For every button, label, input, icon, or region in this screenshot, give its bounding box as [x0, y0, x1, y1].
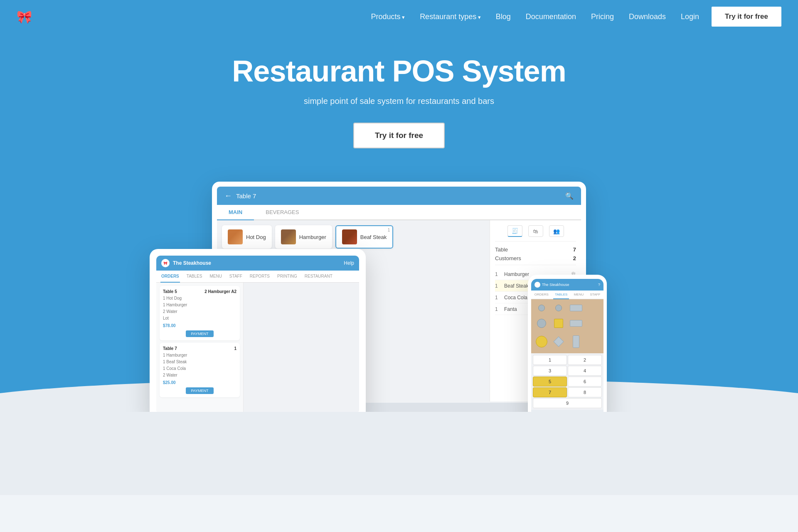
order1-lines: 1 Hot Dog 1 Hamburger 2 Water Lot	[163, 295, 236, 322]
tab-beverages[interactable]: BEVERAGES	[254, 205, 310, 220]
phone-table-map	[531, 299, 603, 353]
hotdog-label: Hot Dog	[246, 234, 266, 240]
order-table-row: Table 7	[495, 246, 576, 253]
phone-subnav: ORDERS TABLES MENU STAFF	[531, 291, 603, 299]
numpad-2[interactable]: 2	[568, 355, 602, 365]
phone-help: ?	[598, 283, 600, 287]
phone-nav-staff[interactable]: STAFF	[589, 291, 602, 299]
order2-table: Table 7	[163, 346, 177, 351]
numpad-9[interactable]: 9	[533, 398, 602, 408]
order2-total: $25.00	[163, 380, 236, 385]
pos-order-icons: 🧾 🛍 👥	[495, 225, 576, 241]
hero-title: Restaurant POS System	[232, 54, 566, 88]
order1-footer: PAYMENT	[163, 330, 236, 337]
hamburger-image	[281, 229, 296, 244]
qty-beafsteak: 1	[495, 283, 501, 289]
hero-cta-button[interactable]: Try it for free	[353, 123, 445, 148]
tablet-subnav: ORDERS TABLES MENU STAFF REPORTS PRINTIN…	[156, 271, 359, 283]
tablet-device: 🎀 The Steakhouse Help ORDERS TABLES MENU…	[150, 249, 366, 412]
table-shape-7[interactable]	[568, 320, 584, 327]
menu-item-hotdog[interactable]: Hot Dog	[222, 225, 272, 249]
table-shape-2[interactable]	[551, 305, 567, 311]
nav-try-button[interactable]: Try it for free	[712, 7, 781, 27]
nav-links: Products Restaurant types Blog Documenta…	[371, 12, 699, 21]
tablet-order-2[interactable]: Table 7 1 1 Hamburger 1 Beaf Steak 1 Coc…	[160, 343, 240, 397]
name-cocacola: Coca Cola	[504, 295, 527, 300]
tablet-nav-reports[interactable]: REPORTS	[249, 271, 271, 283]
back-arrow-icon[interactable]: ←	[224, 192, 232, 200]
table-shape-3[interactable]	[568, 305, 584, 311]
table-shape-11[interactable]	[568, 335, 584, 348]
name-fanta: Fanta	[504, 306, 517, 312]
tablet-order-1[interactable]: Table 5 2 Hamburger A2 1 Hot Dog 1 Hambu…	[160, 286, 240, 340]
payment-button-2[interactable]: PAYMENT	[186, 387, 213, 394]
logo[interactable]: 🎀	[17, 10, 32, 24]
tablet-nav-staff[interactable]: STAFF	[229, 271, 243, 283]
table-shape-5[interactable]	[534, 319, 549, 328]
nav-documentation[interactable]: Documentation	[526, 12, 576, 21]
tablet-content: Table 5 2 Hamburger A2 1 Hot Dog 1 Hambu…	[156, 283, 359, 412]
search-icon[interactable]: 🔍	[565, 192, 574, 200]
pos-tabs: MAIN BEVERAGES	[217, 205, 581, 220]
tablet-nav-menu[interactable]: MENU	[209, 271, 222, 283]
numpad-1[interactable]: 1	[533, 355, 567, 365]
tablet-screen: 🎀 The Steakhouse Help ORDERS TABLES MENU…	[156, 256, 359, 412]
order-customers-row: Customers 2	[495, 255, 576, 261]
nav-restaurant-types[interactable]: Restaurant types	[420, 12, 481, 21]
order2-subtitle: 1	[234, 346, 236, 351]
tablet-nav-orders[interactable]: ORDERS	[160, 271, 180, 283]
steak-image	[342, 229, 357, 244]
order-bag-icon[interactable]: 🛍	[528, 225, 543, 237]
tablet-nav-printing[interactable]: PRINTING	[276, 271, 298, 283]
nav-products[interactable]: Products	[371, 12, 405, 21]
table-label: Table	[495, 246, 508, 253]
phone-device: The Steakhouse ? ORDERS TABLES MENU STAF…	[528, 275, 607, 412]
customers-value: 2	[573, 255, 576, 261]
order-divider	[495, 265, 576, 265]
numpad-7[interactable]: 7	[533, 387, 567, 397]
tablet-logo: 🎀	[161, 259, 170, 267]
qty-cocacola: 1	[495, 295, 501, 300]
numpad-4[interactable]: 4	[568, 366, 602, 376]
tablet-nav-restaurant[interactable]: RESTAURANT	[304, 271, 333, 283]
numpad-6[interactable]: 6	[568, 377, 602, 387]
name-beafsteak: Beaf Steak	[504, 283, 529, 289]
table-shape-1[interactable]	[534, 305, 549, 311]
pos-app-header: ← Table 7 🔍	[217, 187, 581, 205]
order-tab-icon[interactable]: 🧾	[507, 225, 522, 237]
tablet-app-title: The Steakhouse	[173, 260, 211, 266]
tablet-right-area	[244, 283, 359, 412]
phone-nav-orders[interactable]: ORDERS	[533, 291, 550, 299]
devices-showcase: ← Table 7 🔍 MAIN BEVERAGES	[150, 182, 648, 412]
bottom-section	[0, 412, 798, 495]
hotdog-image	[228, 229, 243, 244]
order1-table: Table 5	[163, 289, 177, 294]
qty-fanta: 1	[495, 306, 501, 312]
menu-item-beafsteak[interactable]: Beaf Steak 1	[335, 225, 394, 249]
phone-nav-tables[interactable]: TABLES	[553, 291, 569, 299]
numpad-3[interactable]: 3	[533, 366, 567, 376]
nav-downloads[interactable]: Downloads	[629, 12, 666, 21]
phone-app-title: The Steakhouse	[542, 283, 569, 287]
order1-total: $78.00	[163, 323, 236, 328]
hamburger-label: Hamburger	[299, 234, 326, 240]
nav-pricing[interactable]: Pricing	[591, 12, 614, 21]
numpad-5[interactable]: 5	[533, 377, 567, 387]
order2-lines: 1 Hamburger 1 Beaf Steak 1 Coca Cola 2 W…	[163, 352, 236, 379]
order-people-icon[interactable]: 👥	[549, 225, 564, 237]
phone-header: The Steakhouse ?	[531, 279, 603, 291]
pos-menu-items: Hot Dog Hamburger Beaf Steak 1	[222, 225, 485, 249]
tablet-header: 🎀 The Steakhouse Help	[156, 256, 359, 271]
phone-logo	[534, 282, 540, 288]
tablet-nav-tables[interactable]: TABLES	[186, 271, 203, 283]
tab-main[interactable]: MAIN	[217, 205, 254, 220]
numpad-8[interactable]: 8	[568, 387, 602, 397]
nav-blog[interactable]: Blog	[496, 12, 511, 21]
table-shape-10[interactable]	[551, 338, 567, 345]
nav-login[interactable]: Login	[681, 12, 699, 21]
phone-nav-menu[interactable]: MENU	[572, 291, 586, 299]
menu-item-hamburger[interactable]: Hamburger	[275, 225, 332, 249]
table-shape-9[interactable]	[534, 336, 549, 347]
payment-button-1[interactable]: PAYMENT	[186, 330, 213, 337]
table-shape-6[interactable]	[551, 319, 567, 328]
